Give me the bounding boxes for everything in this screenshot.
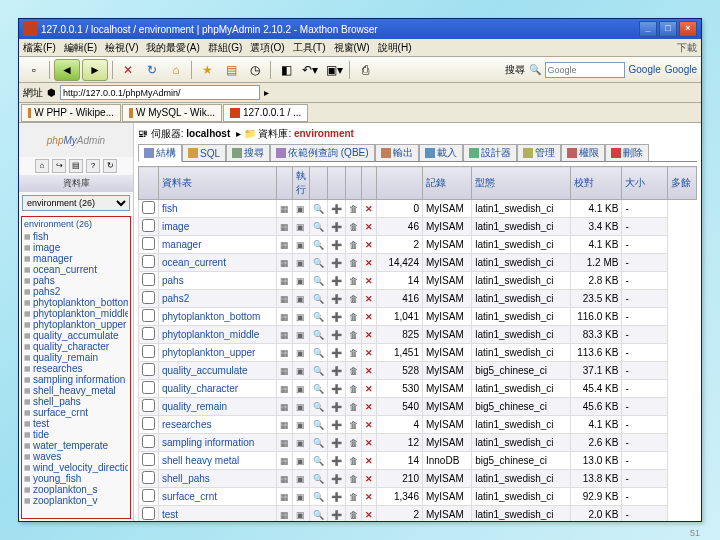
row-action-3[interactable]: ➕ xyxy=(327,344,345,362)
menu-tools[interactable]: 工具(T) xyxy=(293,41,326,55)
row-action-4[interactable]: 🗑 xyxy=(345,218,361,236)
table-name-link[interactable]: researches xyxy=(159,416,277,434)
row-checkbox[interactable] xyxy=(142,219,155,232)
row-action-4[interactable]: 🗑 xyxy=(345,326,361,344)
row-action-1[interactable]: ▣ xyxy=(292,362,309,380)
tree-item[interactable]: quality_character xyxy=(24,341,128,352)
row-action-2[interactable]: 🔍 xyxy=(309,380,327,398)
maximize-button[interactable]: □ xyxy=(659,21,677,37)
row-action-2[interactable]: 🔍 xyxy=(309,488,327,506)
tree-item[interactable]: phytoplankton_upper xyxy=(24,319,128,330)
row-action-0[interactable]: ▦ xyxy=(276,218,292,236)
menu-file[interactable]: 檔案(F) xyxy=(23,41,56,55)
row-action-0[interactable]: ▦ xyxy=(276,488,292,506)
row-action-3[interactable]: ➕ xyxy=(327,290,345,308)
row-action-3[interactable]: ➕ xyxy=(327,452,345,470)
row-checkbox[interactable] xyxy=(142,255,155,268)
row-action-5[interactable]: ✕ xyxy=(361,434,376,452)
row-checkbox[interactable] xyxy=(142,327,155,340)
tab-0[interactable]: W PHP - Wikipe... xyxy=(21,104,121,122)
row-action-3[interactable]: ➕ xyxy=(327,416,345,434)
row-action-2[interactable]: 🔍 xyxy=(309,326,327,344)
minimize-button[interactable]: _ xyxy=(639,21,657,37)
row-action-3[interactable]: ➕ xyxy=(327,200,345,218)
table-name-link[interactable]: phytoplankton_upper xyxy=(159,344,277,362)
mtab-sql[interactable]: SQL xyxy=(182,144,226,161)
row-action-2[interactable]: 🔍 xyxy=(309,272,327,290)
tree-item[interactable]: test xyxy=(24,418,128,429)
table-name-link[interactable]: sampling information xyxy=(159,434,277,452)
row-action-5[interactable]: ✕ xyxy=(361,488,376,506)
new-tab-button[interactable]: ▫ xyxy=(23,59,45,81)
tree-item[interactable]: tide xyxy=(24,429,128,440)
row-checkbox[interactable] xyxy=(142,507,155,520)
table-name-link[interactable]: shell_pahs xyxy=(159,470,277,488)
col-header[interactable]: 記錄 xyxy=(422,167,471,200)
row-checkbox[interactable] xyxy=(142,363,155,376)
menu-favorites[interactable]: 我的最愛(A) xyxy=(146,41,199,55)
row-action-1[interactable]: ▣ xyxy=(292,218,309,236)
row-action-2[interactable]: 🔍 xyxy=(309,236,327,254)
popup-button[interactable]: ▣▾ xyxy=(323,59,345,81)
tree-item[interactable]: surface_crnt xyxy=(24,407,128,418)
row-action-4[interactable]: 🗑 xyxy=(345,362,361,380)
row-action-5[interactable]: ✕ xyxy=(361,200,376,218)
row-action-5[interactable]: ✕ xyxy=(361,344,376,362)
row-checkbox[interactable] xyxy=(142,201,155,214)
row-action-1[interactable]: ▣ xyxy=(292,308,309,326)
col-header[interactable]: 資料表 xyxy=(159,167,277,200)
row-checkbox[interactable] xyxy=(142,417,155,430)
row-checkbox[interactable] xyxy=(142,381,155,394)
mtab-import[interactable]: 載入 xyxy=(419,144,463,161)
tree-item[interactable]: phytoplankton_bottom xyxy=(24,297,128,308)
row-action-0[interactable]: ▦ xyxy=(276,434,292,452)
table-name-link[interactable]: pahs xyxy=(159,272,277,290)
row-checkbox[interactable] xyxy=(142,399,155,412)
mtab-query[interactable]: 依範例查詢 (QBE) xyxy=(270,144,375,161)
row-action-0[interactable]: ▦ xyxy=(276,362,292,380)
tree-item[interactable]: researches xyxy=(24,363,128,374)
row-action-1[interactable]: ▣ xyxy=(292,398,309,416)
row-action-2[interactable]: 🔍 xyxy=(309,308,327,326)
col-header[interactable]: 型態 xyxy=(472,167,571,200)
row-action-1[interactable]: ▣ xyxy=(292,272,309,290)
tree-item[interactable]: waves xyxy=(24,451,128,462)
row-action-0[interactable]: ▦ xyxy=(276,254,292,272)
tree-item[interactable]: water_temperate xyxy=(24,440,128,451)
row-action-3[interactable]: ➕ xyxy=(327,488,345,506)
row-action-0[interactable]: ▦ xyxy=(276,272,292,290)
row-action-4[interactable]: 🗑 xyxy=(345,452,361,470)
tree-item[interactable]: image xyxy=(24,242,128,253)
forward-button[interactable]: ► xyxy=(82,59,108,81)
row-action-3[interactable]: ➕ xyxy=(327,236,345,254)
back-button[interactable]: ◄ xyxy=(54,59,80,81)
stop-button[interactable]: ✕ xyxy=(117,59,139,81)
tree-item[interactable]: manager xyxy=(24,253,128,264)
row-action-2[interactable]: 🔍 xyxy=(309,470,327,488)
table-name-link[interactable]: quality_accumulate xyxy=(159,362,277,380)
row-action-3[interactable]: ➕ xyxy=(327,308,345,326)
mtab-priv[interactable]: 權限 xyxy=(561,144,605,161)
row-checkbox[interactable] xyxy=(142,309,155,322)
menu-view[interactable]: 檢視(V) xyxy=(105,41,138,55)
row-action-4[interactable]: 🗑 xyxy=(345,200,361,218)
row-action-0[interactable]: ▦ xyxy=(276,200,292,218)
tree-item[interactable]: zooplankton_v xyxy=(24,495,128,506)
tree-item[interactable]: sampling information xyxy=(24,374,128,385)
row-action-5[interactable]: ✕ xyxy=(361,416,376,434)
row-action-5[interactable]: ✕ xyxy=(361,398,376,416)
undo-button[interactable]: ↶▾ xyxy=(299,59,321,81)
row-checkbox[interactable] xyxy=(142,345,155,358)
row-action-4[interactable]: 🗑 xyxy=(345,416,361,434)
row-action-3[interactable]: ➕ xyxy=(327,254,345,272)
menu-window[interactable]: 視窗(W) xyxy=(334,41,370,55)
row-action-2[interactable]: 🔍 xyxy=(309,506,327,522)
search-engine-2[interactable]: Google xyxy=(665,64,697,75)
row-checkbox[interactable] xyxy=(142,435,155,448)
col-header[interactable] xyxy=(276,167,292,200)
row-action-2[interactable]: 🔍 xyxy=(309,290,327,308)
row-action-3[interactable]: ➕ xyxy=(327,362,345,380)
table-name-link[interactable]: surface_crnt xyxy=(159,488,277,506)
row-action-3[interactable]: ➕ xyxy=(327,398,345,416)
row-action-5[interactable]: ✕ xyxy=(361,326,376,344)
